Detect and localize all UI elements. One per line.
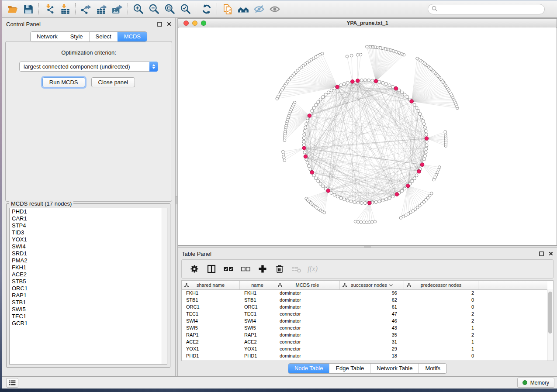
column-header-shared-name[interactable]: shared name xyxy=(182,281,240,289)
table-row[interactable]: ORC1ORC1dominator610 xyxy=(182,303,547,310)
table-row[interactable]: SWI4SWI4dominator462 xyxy=(182,317,547,324)
mcds-result-item[interactable]: SRD1 xyxy=(10,250,167,257)
close-panel-button[interactable]: Close panel xyxy=(91,77,135,87)
attribute-type-icon xyxy=(278,283,282,288)
clone-network-button[interactable] xyxy=(220,2,235,17)
mcds-result-item[interactable]: SWI4 xyxy=(10,243,167,250)
deselect-all-button[interactable] xyxy=(239,262,252,275)
network-window-titlebar[interactable]: YPA_prune.txt_1 xyxy=(178,19,557,28)
column-header-predecessor-nodes[interactable]: predecessor nodes xyxy=(404,281,478,289)
optimization-criterion-select[interactable]: largest connected component (undirected) xyxy=(19,62,158,72)
control-tab-style[interactable]: Style xyxy=(64,32,89,41)
float-panel-icon[interactable] xyxy=(157,21,162,27)
table-row[interactable]: TEC1TEC1connector472 xyxy=(182,310,547,317)
mcds-result-item[interactable]: YOX1 xyxy=(10,236,167,243)
table-cell: 2 xyxy=(404,310,478,317)
column-header-successor-nodes[interactable]: successor nodes xyxy=(340,281,404,289)
mcds-result-item[interactable]: STP4 xyxy=(10,222,167,229)
table-tab-edge-table[interactable]: Edge Table xyxy=(329,364,370,373)
mcds-result-item[interactable]: GCR1 xyxy=(10,320,167,327)
control-tab-network[interactable]: Network xyxy=(31,32,64,41)
table-cell: TEC1 xyxy=(182,310,240,317)
zoom-in-button[interactable] xyxy=(131,2,146,17)
show-columns-button[interactable] xyxy=(205,262,218,275)
mcds-result-item[interactable]: ORC1 xyxy=(10,285,167,292)
table-cell: 43 xyxy=(340,324,404,331)
table-cell: connector xyxy=(275,338,340,345)
show-all-button[interactable] xyxy=(267,2,283,17)
export-network-button[interactable] xyxy=(78,2,94,17)
delete-columns-button[interactable] xyxy=(273,262,286,275)
table-row[interactable]: ACE2ACE2connector311 xyxy=(182,338,547,345)
table-row[interactable]: YOX1YOX1connector291 xyxy=(182,345,547,352)
zoom-out-button[interactable] xyxy=(146,2,162,17)
control-tab-mcds[interactable]: MCDS xyxy=(118,32,147,41)
mcds-result-item[interactable]: PHD1 xyxy=(10,208,167,215)
mcds-result-list[interactable]: PHD1CAR1STP4TID3YOX1SWI4SRD1PMA2FKH1ACE2… xyxy=(9,208,167,364)
search-input[interactable] xyxy=(440,6,541,13)
task-history-button[interactable] xyxy=(6,378,18,388)
table-tab-node-table[interactable]: Node Table xyxy=(288,364,329,373)
splitter-grip[interactable] xyxy=(176,196,177,204)
export-image-button[interactable] xyxy=(110,2,125,17)
table-options-button[interactable] xyxy=(188,262,201,275)
mcds-result-item[interactable]: SWI5 xyxy=(10,306,167,313)
import-network-button[interactable] xyxy=(42,2,57,17)
mcds-result-item[interactable]: TEC1 xyxy=(10,313,167,320)
import-table-button[interactable] xyxy=(57,2,73,17)
table-cell: dominator xyxy=(275,331,340,338)
hide-selected-button[interactable] xyxy=(251,2,267,17)
table-tab-motifs[interactable]: Motifs xyxy=(419,364,446,373)
mcds-result-item[interactable]: RAP1 xyxy=(10,292,167,299)
zoom-selected-button[interactable] xyxy=(178,2,194,17)
memory-button[interactable]: Memory xyxy=(517,378,554,388)
table-cell: 1 xyxy=(404,338,478,345)
close-panel-icon[interactable] xyxy=(166,21,172,27)
mcds-result-item[interactable]: STB5 xyxy=(10,278,167,285)
network-canvas[interactable] xyxy=(178,28,557,245)
float-panel-icon[interactable] xyxy=(539,251,544,256)
mcds-result-item[interactable]: FKH1 xyxy=(10,264,167,271)
column-header-name[interactable]: name xyxy=(240,281,275,289)
mcds-result-group: MCDS result (17 nodes) PHD1CAR1STP4TID3Y… xyxy=(6,203,170,368)
toolbar-separator xyxy=(38,3,39,15)
mcds-result-item[interactable]: ACE2 xyxy=(10,271,167,278)
table-cell: dominator xyxy=(275,296,340,303)
control-tab-select[interactable]: Select xyxy=(89,32,118,41)
create-column-button[interactable] xyxy=(256,262,269,275)
table-row[interactable]: STB1STB1dominator620 xyxy=(182,296,547,303)
refresh-view-button[interactable] xyxy=(199,2,214,17)
splitter-grip[interactable] xyxy=(364,246,371,248)
table-cell: 31 xyxy=(340,338,404,345)
table-row[interactable]: RAP1RAP1dominator352 xyxy=(182,331,547,338)
column-header-label: name xyxy=(251,282,263,288)
attribute-type-icon xyxy=(407,283,411,288)
neighborhood-button[interactable] xyxy=(235,2,251,17)
column-header-MCDS-role[interactable]: MCDS role xyxy=(275,281,340,289)
search-box[interactable] xyxy=(428,4,545,14)
save-session-button[interactable] xyxy=(21,2,36,17)
result-scrollbar[interactable] xyxy=(162,208,167,364)
column-menu-icon[interactable] xyxy=(389,284,393,286)
table-cell: ORC1 xyxy=(182,303,240,310)
scrollbar-thumb[interactable] xyxy=(548,292,552,334)
table-cell: RAP1 xyxy=(182,331,240,338)
close-panel-icon[interactable] xyxy=(548,251,554,256)
open-file-button[interactable] xyxy=(5,2,21,17)
toolbar-icon-group xyxy=(5,0,283,17)
control-panel-title: Control Panel xyxy=(6,21,41,28)
table-tab-network-table[interactable]: Network Table xyxy=(370,364,419,373)
select-all-button[interactable] xyxy=(222,262,235,275)
mcds-result-item[interactable]: STB1 xyxy=(10,299,167,306)
mcds-result-item[interactable]: CAR1 xyxy=(10,215,167,222)
run-mcds-button[interactable]: Run MCDS xyxy=(42,77,85,87)
table-row[interactable]: FKH1FKH1dominator962 xyxy=(182,289,547,296)
table-scrollbar[interactable] xyxy=(547,289,553,361)
export-table-button[interactable] xyxy=(94,2,110,17)
mcds-result-item[interactable]: TID3 xyxy=(10,229,167,236)
zoom-fit-button[interactable] xyxy=(162,2,178,17)
mcds-result-item[interactable]: PMA2 xyxy=(10,257,167,264)
table-row[interactable]: SWI5SWI5connector431 xyxy=(182,324,547,331)
table-row[interactable]: PHD1PHD1dominator180 xyxy=(182,352,547,359)
table-panel-titlebar: Table Panel xyxy=(178,248,557,259)
